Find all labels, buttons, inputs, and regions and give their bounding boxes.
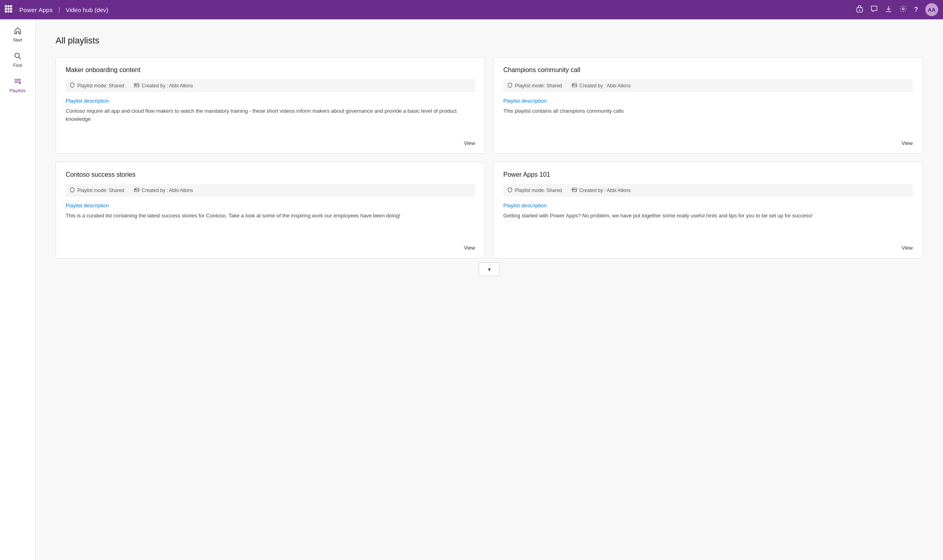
hub-name: Video hub (dev) xyxy=(66,6,108,13)
playlist-mode-maker: Playlist mode: Shared xyxy=(70,83,124,89)
shield-icon-contoso xyxy=(70,187,75,194)
svg-rect-5 xyxy=(10,8,12,10)
svg-rect-0 xyxy=(5,5,7,7)
desc-label-powerapps101[interactable]: Playlist description xyxy=(503,203,913,209)
created-by-contoso: Created by : Abbi Atkins xyxy=(134,187,193,194)
svg-point-26 xyxy=(573,189,574,190)
card-meta-contoso: Playlist mode: Shared Created by : Abbi … xyxy=(66,184,475,197)
bag-icon[interactable] xyxy=(856,5,863,14)
shield-icon-maker xyxy=(70,83,75,89)
playlists-icon xyxy=(14,77,22,87)
card-title-contoso: Contoso success stories xyxy=(66,171,475,178)
svg-point-10 xyxy=(859,9,860,10)
playlist-mode-champions: Playlist mode: Shared xyxy=(507,83,562,89)
view-link-contoso[interactable]: View xyxy=(464,245,475,251)
svg-point-22 xyxy=(573,85,574,85)
page-title: All playlists xyxy=(56,35,923,46)
sidebar-item-playlists[interactable]: Playlists xyxy=(0,73,35,97)
settings-icon[interactable] xyxy=(900,5,907,14)
app-name: Power Apps xyxy=(19,6,53,13)
shield-icon-powerapps101 xyxy=(507,187,513,194)
image-icon-powerapps101 xyxy=(572,187,577,194)
svg-rect-4 xyxy=(8,8,10,10)
image-icon-champions xyxy=(572,83,577,89)
sidebar-item-find[interactable]: Find xyxy=(0,48,35,72)
svg-point-24 xyxy=(135,189,136,190)
sidebar-item-start[interactable]: Start xyxy=(0,23,35,46)
svg-line-14 xyxy=(19,57,21,59)
svg-rect-8 xyxy=(10,10,12,12)
card-footer-contoso: View xyxy=(66,245,475,251)
svg-point-20 xyxy=(135,85,136,85)
created-by-maker: Created by : Abbi Atkins xyxy=(134,83,193,89)
topbar-right: ? AA xyxy=(856,3,938,16)
playlist-card-champions: Champions community call Playlist mode: … xyxy=(493,57,923,154)
sidebar-playlists-label: Playlists xyxy=(9,88,25,93)
desc-label-champions[interactable]: Playlist description xyxy=(503,98,913,104)
shield-icon-champions xyxy=(507,83,513,89)
svg-rect-6 xyxy=(5,10,7,12)
svg-marker-18 xyxy=(19,82,21,84)
desc-label-maker[interactable]: Playlist description xyxy=(66,98,475,104)
home-icon xyxy=(14,27,22,36)
card-title-maker-onboarding: Maker onboarding content xyxy=(66,66,475,74)
svg-rect-1 xyxy=(8,5,10,7)
svg-point-13 xyxy=(15,53,19,58)
card-footer-powerapps101: View xyxy=(503,245,913,251)
main-layout: Start Find Playlists All playlists xyxy=(0,19,943,560)
created-by-champions: Created by : Abbi Atkins xyxy=(572,83,631,89)
card-meta-champions: Playlist mode: Shared Created by : Abbi … xyxy=(503,79,913,92)
bottom-chevron-area: ▾ xyxy=(56,258,923,280)
playlist-mode-powerapps101: Playlist mode: Shared xyxy=(507,187,562,194)
download-icon[interactable] xyxy=(885,5,892,14)
content-area: All playlists Maker onboarding content P… xyxy=(35,19,943,560)
image-icon-contoso xyxy=(134,187,139,194)
created-by-powerapps101: Created by : Abbi Atkins xyxy=(572,187,631,194)
card-meta-powerapps101: Playlist mode: Shared Created by : Abbi … xyxy=(503,184,913,197)
playlist-mode-contoso: Playlist mode: Shared xyxy=(70,187,124,194)
card-title-champions: Champions community call xyxy=(503,66,913,74)
view-link-powerapps101[interactable]: View xyxy=(902,245,913,251)
separator: | xyxy=(58,6,60,13)
desc-text-contoso: This is a curated list containing the la… xyxy=(66,212,475,238)
image-icon-maker xyxy=(134,83,139,89)
waffle-icon[interactable] xyxy=(5,5,12,14)
help-icon[interactable]: ? xyxy=(914,6,918,13)
card-footer-maker: View xyxy=(66,140,475,146)
card-meta-maker-onboarding: Playlist mode: Shared Created by : Abbi … xyxy=(66,79,475,92)
svg-point-12 xyxy=(902,8,904,10)
view-link-maker[interactable]: View xyxy=(464,140,475,146)
load-more-button[interactable]: ▾ xyxy=(479,262,500,276)
playlist-grid: Maker onboarding content Playlist mode: … xyxy=(56,57,923,258)
card-footer-champions: View xyxy=(503,140,913,146)
avatar[interactable]: AA xyxy=(925,3,938,16)
sidebar-start-label: Start xyxy=(13,37,22,42)
svg-rect-3 xyxy=(5,8,7,10)
topbar: Power Apps | Video hub (dev) ? xyxy=(0,0,943,19)
playlist-card-contoso: Contoso success stories Playlist mode: S… xyxy=(56,162,485,258)
desc-text-champions: This playlist contains all champions com… xyxy=(503,107,913,134)
sidebar: Start Find Playlists xyxy=(0,19,35,560)
chevron-down-icon: ▾ xyxy=(488,266,491,273)
view-link-champions[interactable]: View xyxy=(902,140,913,146)
sidebar-find-label: Find xyxy=(13,63,22,68)
playlist-card-powerapps101: Power Apps 101 Playlist mode: Shared xyxy=(493,162,923,258)
svg-rect-7 xyxy=(8,10,10,12)
desc-label-contoso[interactable]: Playlist description xyxy=(66,203,475,209)
desc-text-maker: Contoso require all app and cloud flow m… xyxy=(66,107,475,134)
desc-text-powerapps101: Getting started with Power Apps? No prob… xyxy=(503,212,913,238)
chat-icon[interactable] xyxy=(871,5,878,14)
card-title-powerapps101: Power Apps 101 xyxy=(503,171,913,178)
svg-rect-2 xyxy=(10,5,12,7)
playlist-card-maker-onboarding: Maker onboarding content Playlist mode: … xyxy=(56,57,485,154)
search-icon xyxy=(14,52,22,61)
